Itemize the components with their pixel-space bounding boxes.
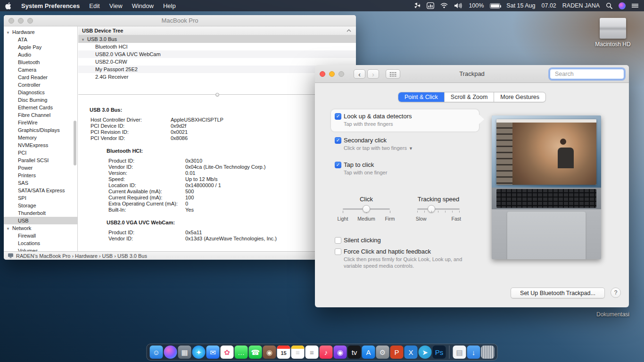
tv-dock-icon[interactable]: tv xyxy=(348,346,361,359)
fan-control-icon[interactable] xyxy=(414,2,421,9)
si-sidebar-item[interactable]: Printers xyxy=(4,172,77,179)
tracking-slider-knob[interactable] xyxy=(428,205,435,213)
checkbox[interactable]: ✓ xyxy=(335,237,341,244)
app-store-dock-icon[interactable]: A xyxy=(362,346,375,359)
disclosure-triangle-icon[interactable]: ▼ xyxy=(6,29,12,37)
zoom-button[interactable] xyxy=(27,18,33,24)
notes-dock-icon[interactable]: ≡ xyxy=(291,346,305,359)
click-slider-knob[interactable] xyxy=(363,205,370,213)
gesture-option-row[interactable]: ✓ Tap to click Tap with one finger▼ xyxy=(335,161,476,176)
sidebar-scrollbar[interactable] xyxy=(74,121,76,165)
gesture-option-row[interactable]: ✓ Look up & data detectors Tap with thre… xyxy=(335,113,476,127)
menu-item[interactable]: Edit xyxy=(84,0,104,11)
si-sidebar-item[interactable]: Fibre Channel xyxy=(4,111,77,119)
stats-icon[interactable] xyxy=(427,2,434,9)
back-button[interactable]: ‹ xyxy=(354,69,365,79)
fast-user-switch[interactable]: RADEN JANA xyxy=(562,2,600,9)
disclosure-triangle-icon[interactable]: ▼ xyxy=(81,36,87,44)
si-sidebar-item[interactable]: Disc Burning xyxy=(4,96,77,104)
podcasts-dock-icon[interactable]: ◉ xyxy=(334,346,347,359)
trackpad-demo-video[interactable] xyxy=(492,115,601,259)
tree-row[interactable]: 2.4G Receiver xyxy=(78,73,356,81)
si-sidebar-item[interactable]: FireWire xyxy=(4,119,77,126)
menu-item[interactable]: View xyxy=(105,0,127,11)
tab[interactable]: More Gestures xyxy=(494,92,545,102)
powerpoint-dock-icon[interactable]: P xyxy=(390,346,404,359)
si-sidebar-item[interactable]: Camera xyxy=(4,66,77,74)
si-sidebar-item[interactable]: ATA xyxy=(4,36,77,43)
si-sidebar-item[interactable]: PCI xyxy=(4,149,77,156)
extra-option-row[interactable]: ✓ Force Click and haptic feedback Click … xyxy=(335,248,481,269)
si-sidebar-item[interactable]: Controller xyxy=(4,81,77,89)
collapse-chevron-icon[interactable] xyxy=(347,29,351,32)
si-sidebar-item[interactable]: Locations xyxy=(4,239,77,247)
menu-date[interactable]: Sat 15 Aug xyxy=(506,2,535,9)
music-dock-icon[interactable]: ♪ xyxy=(320,346,333,359)
sidebar-section-hardware[interactable]: ▼Hardware xyxy=(4,28,77,36)
tree-row-usb3-bus[interactable]: ▼USB 3.0 Bus xyxy=(78,35,356,43)
sidebar-section-network[interactable]: ▼Network xyxy=(4,224,77,232)
launchpad-dock-icon[interactable]: ▦ xyxy=(178,346,191,359)
disclosure-triangle-icon[interactable]: ▼ xyxy=(6,225,12,233)
si-sidebar-item[interactable]: Power xyxy=(4,164,77,172)
macintosh-hd-desktop-icon[interactable]: Macintosh HD xyxy=(594,18,631,48)
apple-menu[interactable] xyxy=(0,0,17,11)
excel-dock-icon[interactable]: X xyxy=(405,346,418,359)
si-sidebar-item[interactable]: SPI xyxy=(4,194,77,202)
notification-center-icon[interactable] xyxy=(632,3,638,8)
si-sidebar-item[interactable]: Diagnostics xyxy=(4,89,77,96)
tree-row[interactable]: USB2.0 VGA UVC WebCam xyxy=(78,50,356,58)
system-preferences-dock-icon[interactable]: ⚙ xyxy=(376,346,389,359)
photoshop-dock-icon[interactable]: Ps xyxy=(433,346,446,359)
close-button[interactable] xyxy=(8,18,14,24)
spotlight-search-icon[interactable] xyxy=(606,2,612,9)
gesture-option-row[interactable]: ✓ Secondary click Click or tap with two … xyxy=(335,137,476,152)
minimize-button[interactable] xyxy=(329,71,335,77)
wifi-icon[interactable] xyxy=(440,3,448,8)
checkbox[interactable]: ✓ xyxy=(335,113,341,120)
finder-dock-icon[interactable]: ☺ xyxy=(150,346,163,359)
si-sidebar-item[interactable]: Storage xyxy=(4,202,77,209)
search-field[interactable] xyxy=(550,69,624,79)
siri-icon[interactable] xyxy=(619,2,626,9)
tree-row[interactable]: My Passport 25E2 xyxy=(78,66,356,73)
mail-dock-icon[interactable]: ✉ xyxy=(206,346,220,359)
menu-item[interactable]: Window xyxy=(127,0,158,11)
extra-option-row[interactable]: ✓ Silent clicking xyxy=(335,237,481,244)
si-sidebar-item[interactable]: Bluetooth xyxy=(4,58,77,66)
tracking-slider-track[interactable] xyxy=(417,208,460,210)
trash-dock-icon[interactable] xyxy=(481,346,495,359)
dropdown-chevron-icon[interactable]: ▼ xyxy=(409,146,413,151)
volume-icon[interactable] xyxy=(454,3,462,8)
documents-stack-dock-icon[interactable]: ▤ xyxy=(453,346,466,359)
tab[interactable]: Point & Click xyxy=(398,92,444,102)
usb-device-tree-header[interactable]: USB Device Tree xyxy=(78,26,356,35)
menu-item[interactable]: Help xyxy=(158,0,181,11)
calendar-dock-icon[interactable]: 15 xyxy=(277,346,290,359)
tp-toolbar[interactable]: ‹ › Trackpad xyxy=(315,65,629,83)
tab[interactable]: Scroll & Zoom xyxy=(444,92,494,102)
facetime-dock-icon[interactable]: ☎ xyxy=(249,346,262,359)
si-sidebar-item[interactable]: Card Reader xyxy=(4,74,77,81)
battery-icon[interactable] xyxy=(490,3,500,8)
checkbox[interactable]: ✓ xyxy=(335,137,341,144)
minimize-button[interactable] xyxy=(18,18,24,24)
checkbox[interactable]: ✓ xyxy=(335,162,341,168)
click-slider-track[interactable] xyxy=(343,208,390,210)
si-sidebar-item[interactable]: NVMExpress xyxy=(4,141,77,149)
zoom-button[interactable] xyxy=(339,71,344,77)
tree-row[interactable]: Bluetooth HCI xyxy=(78,43,356,50)
reminders-dock-icon[interactable]: ≡ xyxy=(305,346,319,359)
tree-row[interactable]: USB2.0-CRW xyxy=(78,58,356,66)
si-sidebar-item[interactable]: USB xyxy=(4,217,77,224)
show-all-button[interactable] xyxy=(386,69,400,79)
telegram-dock-icon[interactable]: ➤ xyxy=(419,346,432,359)
dock-divider[interactable] xyxy=(449,346,450,359)
si-sidebar-item[interactable]: Volumes xyxy=(4,247,77,251)
setup-bluetooth-trackpad-button[interactable]: Set Up Bluetooth Trackpad... xyxy=(511,288,605,298)
si-sidebar-item[interactable]: Graphics/Displays xyxy=(4,126,77,134)
si-sidebar-item[interactable]: Parallel SCSI xyxy=(4,156,77,164)
si-sidebar-item[interactable]: Firewall xyxy=(4,232,77,239)
si-sidebar-item[interactable]: SAS xyxy=(4,179,77,187)
si-sidebar-item[interactable]: Memory xyxy=(4,134,77,141)
